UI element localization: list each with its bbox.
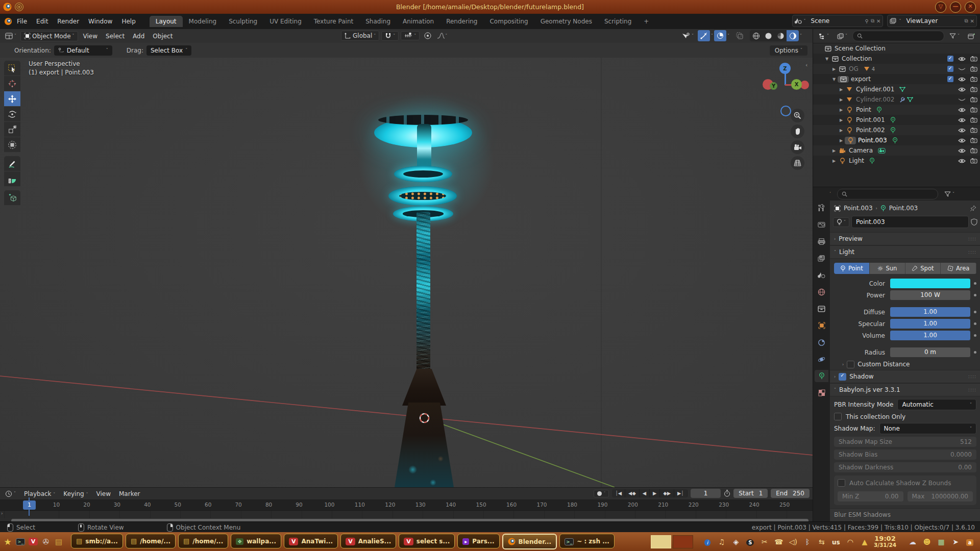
snap-settings-button[interactable]: ˅ — [401, 31, 420, 40]
orientation-select[interactable]: Default ˅ — [54, 45, 112, 56]
launcher-archive[interactable]: ▤ — [53, 536, 64, 548]
prev-keyframe-button[interactable]: ◀◆ — [625, 489, 640, 497]
outliner-row-og[interactable]: ▶ OG 4 — [813, 64, 980, 74]
show-overlays-toggle[interactable] — [714, 30, 726, 41]
taskbar-window-blender-[interactable]: Blender... — [502, 534, 557, 549]
outliner-item-label[interactable]: Point — [856, 106, 871, 113]
properties-tab-tool[interactable] — [815, 202, 828, 214]
viewport-menu-object[interactable]: Object — [149, 31, 177, 41]
workspace-1[interactable] — [651, 535, 671, 548]
taskbar-window--zsh-[interactable]: >_~ : zsh ... — [559, 534, 615, 548]
panel-preview[interactable]: ›Preview:::: — [830, 232, 980, 245]
viewlayer-name[interactable]: ViewLayer — [903, 17, 962, 24]
tray-calculator-icon[interactable]: ▦ — [937, 538, 946, 546]
jump-start-button[interactable]: ⏐◀ — [612, 489, 625, 497]
tray-volume-icon[interactable]: ◁) — [789, 538, 798, 546]
pin-icon[interactable] — [970, 205, 976, 211]
volume-slider[interactable]: 1.00 — [890, 331, 970, 340]
timeline-menu-playback[interactable]: Playback ˅ — [20, 489, 59, 499]
perspective-toggle-button[interactable] — [791, 156, 804, 170]
shading-solid-button[interactable] — [762, 30, 774, 41]
tray-music-icon[interactable]: ♫ — [717, 538, 726, 546]
editor-type-button[interactable]: ˅ — [2, 32, 19, 40]
xray-toggle[interactable] — [733, 30, 746, 41]
shading-dropdown-chevron[interactable]: ˅ — [800, 34, 802, 38]
outliner-item-label[interactable]: Point.001 — [856, 116, 885, 123]
auto-key-button[interactable]: ˅ — [594, 490, 609, 497]
viewport-3d[interactable]: User Perspective (1) export | Point.003 … — [0, 58, 813, 487]
outliner-row-export[interactable]: ▼ export — [813, 74, 980, 84]
outliner-item-label[interactable]: Point.003 — [858, 137, 887, 144]
outliner-row-point[interactable]: ▶ Point — [813, 105, 980, 115]
expand-caret[interactable]: ▶ — [838, 118, 845, 122]
taskbar-window--home-[interactable]: ▤/home/... — [126, 534, 176, 548]
tool-select-box[interactable] — [4, 61, 20, 76]
hide-toggle-closed-icon[interactable] — [958, 97, 966, 103]
workspace-2[interactable] — [673, 535, 693, 548]
outliner-item-label[interactable]: Light — [849, 157, 864, 164]
launcher-vivaldi[interactable]: V — [28, 536, 39, 548]
outliner-row-camera[interactable]: ▶ Camera — [813, 145, 980, 156]
hide-toggle-icon[interactable] — [958, 138, 966, 143]
expand-channels-icon[interactable]: › — [1, 511, 3, 516]
viewport-menu-view[interactable]: View — [79, 31, 102, 41]
taskbar-window-smb-a-[interactable]: ▤smb://a... — [71, 534, 123, 548]
menu-file[interactable]: File — [12, 16, 32, 27]
taskbar-window-pars-[interactable]: ▸Pars... — [457, 534, 499, 548]
orientation-dropdown[interactable]: Global ˅ — [341, 31, 379, 41]
new-collection-button[interactable] — [965, 32, 978, 40]
remove-icon[interactable]: ✕ — [970, 18, 974, 24]
animate-dot-icon[interactable] — [974, 311, 976, 313]
timeline-editor-type-button[interactable]: ˅ — [2, 489, 19, 498]
expand-caret[interactable]: ▶ — [838, 128, 845, 133]
gizmo-y-axis[interactable]: Y — [770, 82, 777, 90]
tray-info-icon[interactable]: i — [703, 538, 712, 546]
outliner-item-label[interactable]: OG — [849, 65, 859, 72]
radius-field[interactable]: 0 m — [890, 347, 970, 357]
tray-network-icon[interactable]: ⇆ — [817, 538, 826, 546]
timeline-channels[interactable]: › — [0, 511, 813, 518]
gizmo-dropdown-chevron[interactable]: ˅ — [711, 34, 713, 38]
pin-icon[interactable]: ⚲ — [865, 18, 869, 24]
properties-tab-render[interactable] — [815, 218, 828, 231]
breadcrumb-data[interactable]: Point.003 — [889, 205, 918, 212]
tray-amazon-icon[interactable]: a — [965, 538, 974, 546]
expand-caret[interactable]: ▶ — [838, 97, 845, 102]
blender-menu-icon[interactable] — [4, 17, 12, 26]
tool-annotate[interactable] — [4, 156, 20, 171]
proportional-falloff-button[interactable]: ˅ — [436, 30, 448, 41]
outliner-row-cylinder-001[interactable]: ▶ Cylinder.001 — [813, 84, 980, 94]
lamp-ring-2[interactable] — [388, 186, 457, 206]
close-button[interactable]: ✕ — [965, 2, 976, 13]
workspace-tab-geometry-nodes[interactable]: Geometry Nodes — [534, 16, 598, 27]
pbr-intensity-dropdown[interactable]: Automatic˅ — [897, 399, 976, 410]
play-button[interactable]: ▶ — [650, 489, 660, 497]
fake-user-shield-icon[interactable] — [971, 218, 977, 226]
properties-tab-object[interactable] — [815, 319, 828, 332]
options-button[interactable]: Options˅ — [770, 45, 807, 56]
outliner-row-point-002[interactable]: ▶ Point.002 — [813, 125, 980, 135]
render-toggle-icon[interactable] — [970, 127, 977, 133]
viewlayer-selector[interactable]: ˅ ViewLayer ⧉ ✕ — [887, 15, 977, 27]
add-workspace-button[interactable]: + — [638, 16, 655, 27]
workspace-tab-scripting[interactable]: Scripting — [598, 16, 638, 27]
expand-caret[interactable]: ▶ — [830, 67, 838, 71]
render-toggle-icon[interactable] — [970, 96, 977, 103]
workspace-tab-modeling[interactable]: Modeling — [183, 16, 223, 27]
tool-add-cube[interactable] — [4, 190, 20, 205]
render-toggle-icon[interactable] — [970, 66, 977, 72]
tray-keyboard-us-icon[interactable]: us — [831, 538, 841, 546]
properties-tab-scene[interactable] — [815, 269, 828, 281]
render-toggle-icon[interactable] — [970, 56, 977, 62]
expand-caret[interactable]: ▶ — [838, 87, 845, 92]
outliner-row-collection[interactable]: ▼ Collection — [813, 54, 980, 64]
light-type-spot[interactable]: Spot — [905, 263, 941, 274]
outliner-filter-button[interactable]: ˅ — [946, 32, 963, 40]
color-swatch[interactable] — [890, 279, 970, 288]
camera-view-button[interactable] — [791, 140, 804, 154]
current-frame-field[interactable]: 1 — [691, 489, 721, 498]
menu-edit[interactable]: Edit — [32, 16, 53, 27]
viewport-menu-add[interactable]: Add — [129, 31, 149, 41]
lamp-upper-stem[interactable] — [417, 124, 431, 171]
unlink-icon[interactable]: ✕ — [876, 18, 880, 24]
